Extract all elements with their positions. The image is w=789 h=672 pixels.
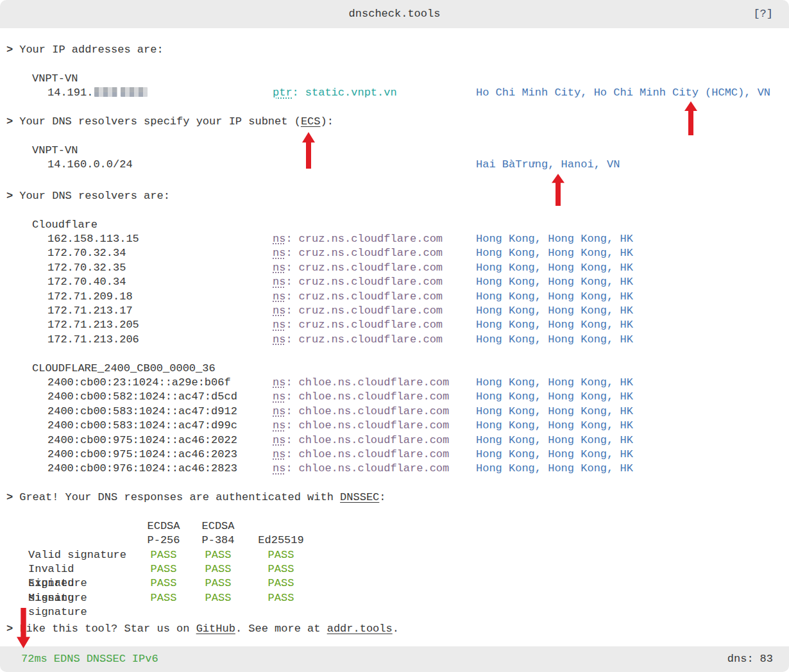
ns-label[interactable]: ns xyxy=(273,333,285,346)
geo-location: Hong Kong, Hong Kong, HK xyxy=(476,376,789,390)
help-button[interactable]: [?] xyxy=(753,0,773,28)
dnssec-results-table: ECDSA ECDSA P-256 P-384 Ed25519 Valid si… xyxy=(6,519,789,605)
ptr-record: ptr:static.vnpt.vn xyxy=(273,86,476,100)
dnssec-test-label: Valid signature xyxy=(28,548,137,562)
geo-location: Hong Kong, Hong Kong, HK xyxy=(476,304,789,318)
ns-record: ns:cruz.ns.cloudflare.com xyxy=(273,318,476,332)
geo-location: Hong Kong, Hong Kong, HK xyxy=(476,405,789,419)
ns-record: ns:cruz.ns.cloudflare.com xyxy=(273,304,476,318)
ns-record: ns:chloe.ns.cloudflare.com xyxy=(273,448,476,462)
geo-location: Hong Kong, Hong Kong, HK xyxy=(476,232,789,246)
ns-record: ns:chloe.ns.cloudflare.com xyxy=(273,405,476,419)
ns-record: ns:cruz.ns.cloudflare.com xyxy=(273,261,476,275)
dnssec-test-result: PASS xyxy=(137,591,191,620)
dnssec-link[interactable]: DNSSEC xyxy=(340,491,379,503)
dnssec-test-label: Missing signature xyxy=(28,591,137,620)
ns-label[interactable]: ns xyxy=(273,419,285,432)
asn-group-name: VNPT-VN xyxy=(6,72,789,86)
ns-label[interactable]: ns xyxy=(273,305,285,317)
ns-label[interactable]: ns xyxy=(273,290,285,303)
ns-label[interactable]: ns xyxy=(273,391,285,403)
dns-query-counter: dns:83 xyxy=(727,652,773,666)
ns-label[interactable]: ns xyxy=(273,434,285,446)
annotation-arrow-up-ecs xyxy=(302,132,315,169)
ecs-subnet: 14.160.0.0/24 xyxy=(47,158,273,172)
geo-location: Ho Chi Minh City, Ho Chi Minh City (HCMC… xyxy=(476,86,789,100)
resolver-ip: 2400:cb00:583:1024::ac47:d912 xyxy=(47,405,273,419)
ns-hostname: cruz.ns.cloudflare.com xyxy=(299,276,443,288)
resolver-row: 172.70.32.34 ns:cruz.ns.cloudflare.com H… xyxy=(6,246,789,260)
ns-label[interactable]: ns xyxy=(273,233,285,245)
resolver-ip: 172.71.213.206 xyxy=(47,333,273,347)
ns-record: ns:cruz.ns.cloudflare.com xyxy=(273,275,476,289)
geo-location: Hong Kong, Hong Kong, HK xyxy=(476,275,789,289)
ns-label[interactable]: ns xyxy=(273,319,285,331)
resolver-list-ipv6: 2400:cb00:23:1024::a29e:b06f ns:chloe.ns… xyxy=(6,376,789,476)
ns-record: ns:cruz.ns.cloudflare.com xyxy=(273,333,476,347)
dnssec-test-row: Valid signature PASS PASS PASS xyxy=(28,548,789,562)
ecs-link[interactable]: ECS xyxy=(301,115,321,128)
dnscheck-page: dnscheck.tools [?] >Your IP addresses ar… xyxy=(0,0,789,672)
geo-location: Hong Kong, Hong Kong, HK xyxy=(476,419,789,433)
section-heading-dnssec: >Great! Your DNS responses are authentic… xyxy=(6,491,789,505)
resolver-list-ipv4: 162.158.113.15 ns:cruz.ns.cloudflare.com… xyxy=(6,232,789,347)
ns-hostname: chloe.ns.cloudflare.com xyxy=(299,391,450,403)
prompt-caret: > xyxy=(6,190,19,202)
github-link[interactable]: GitHub xyxy=(196,623,235,635)
section-heading-ecs: >Your DNS resolvers specify your IP subn… xyxy=(6,115,789,129)
ns-label[interactable]: ns xyxy=(273,247,285,259)
ns-record: ns:cruz.ns.cloudflare.com xyxy=(273,290,476,304)
ns-label[interactable]: ns xyxy=(273,405,285,417)
page-title: dnscheck.tools xyxy=(349,7,441,21)
dnssec-test-rows: Valid signature PASS PASS PASS Invalid s… xyxy=(28,548,789,606)
header-bar: dnscheck.tools [?] xyxy=(0,0,789,28)
resolver-ip: 172.70.32.34 xyxy=(47,246,273,260)
geo-location: Hai BàTrưng, Hanoi, VN xyxy=(476,158,789,172)
resolver-ip: 2400:cb00:976:1024::ac46:2823 xyxy=(47,462,273,476)
resolver-row: 172.70.32.35 ns:cruz.ns.cloudflare.com H… xyxy=(6,261,789,275)
ns-hostname: cruz.ns.cloudflare.com xyxy=(299,319,443,331)
resolver-row: 2400:cb00:583:1024::ac47:d99c ns:chloe.n… xyxy=(6,419,789,433)
dnssec-test-row: Invalid signature PASS PASS PASS xyxy=(28,562,789,576)
dnssec-test-result: PASS xyxy=(246,591,316,620)
ns-label[interactable]: ns xyxy=(273,448,285,460)
ip-address-row: 14.191. ptr:static.vnpt.vn Ho Chi Minh C… xyxy=(6,86,789,100)
dnssec-test-result: PASS xyxy=(137,548,191,562)
resolver-row: 172.71.213.206 ns:cruz.ns.cloudflare.com… xyxy=(6,333,789,347)
resolver-ip: 2400:cb00:582:1024::ac47:d5cd xyxy=(47,390,273,404)
ptr-label[interactable]: ptr xyxy=(273,87,293,99)
ns-hostname: chloe.ns.cloudflare.com xyxy=(299,419,450,432)
ns-hostname: chloe.ns.cloudflare.com xyxy=(299,405,450,417)
resolver-row: 2400:cb00:975:1024::ac46:2023 ns:chloe.n… xyxy=(6,448,789,462)
annotation-arrow-up-hcmc xyxy=(684,101,697,135)
geo-location: Hong Kong, Hong Kong, HK xyxy=(476,246,789,260)
geo-location: Hong Kong, Hong Kong, HK xyxy=(476,333,789,347)
resolver-ip: 172.71.213.205 xyxy=(47,318,273,332)
resolver-ip: 2400:cb00:975:1024::ac46:2023 xyxy=(47,448,273,462)
ns-label[interactable]: ns xyxy=(273,276,285,288)
ns-record: ns:cruz.ns.cloudflare.com xyxy=(273,232,476,246)
resolver-group-name: Cloudflare xyxy=(6,218,789,232)
ns-hostname: chloe.ns.cloudflare.com xyxy=(299,376,450,389)
ns-hostname: cruz.ns.cloudflare.com xyxy=(299,290,443,303)
resolver-ip: 2400:cb00:23:1024::a29e:b06f xyxy=(47,376,273,390)
dnssec-algo-group-header: ECDSA ECDSA xyxy=(28,519,789,533)
prompt-caret: > xyxy=(6,491,19,503)
ns-label[interactable]: ns xyxy=(273,262,285,274)
geo-location: Hong Kong, Hong Kong, HK xyxy=(476,448,789,462)
ns-record: ns:cruz.ns.cloudflare.com xyxy=(273,246,476,260)
resolver-row: 172.71.213.17 ns:cruz.ns.cloudflare.com … xyxy=(6,304,789,318)
prompt-caret: > xyxy=(6,115,19,128)
geo-location: Hong Kong, Hong Kong, HK xyxy=(476,433,789,448)
ns-hostname: cruz.ns.cloudflare.com xyxy=(299,262,443,274)
addr-tools-link[interactable]: addr.tools xyxy=(327,623,393,635)
ns-label[interactable]: ns xyxy=(273,462,285,475)
ptr-hostname: static.vnpt.vn xyxy=(305,87,397,99)
dnssec-algo-header: P-256 P-384 Ed25519 xyxy=(28,533,789,548)
ns-record: ns:chloe.ns.cloudflare.com xyxy=(273,390,476,404)
resolver-row: 2400:cb00:582:1024::ac47:d5cd ns:chloe.n… xyxy=(6,390,789,404)
ns-label[interactable]: ns xyxy=(273,376,285,389)
redacted-ip-octet xyxy=(94,87,117,97)
ns-record: ns:chloe.ns.cloudflare.com xyxy=(273,433,476,448)
ns-hostname: cruz.ns.cloudflare.com xyxy=(299,333,443,346)
